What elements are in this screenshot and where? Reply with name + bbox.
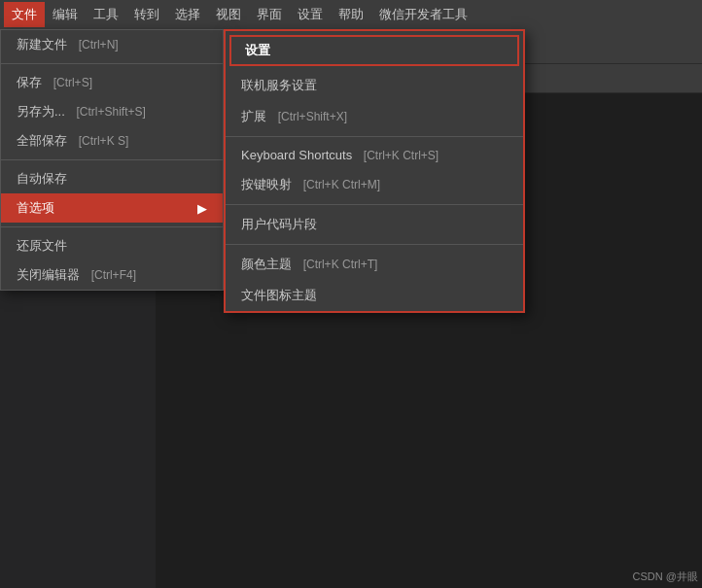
menu-preferences[interactable]: 首选项 ▶ [1,193,223,223]
menu-save-as[interactable]: 另存为... [Ctrl+Shift+S] [1,97,223,126]
submenu-user-snippets[interactable]: 用户代码片段 [226,209,523,240]
menu-bar: 文件 编辑 工具 转到 选择 视图 界面 设置 帮助 微信开发者工具 [0,0,702,29]
menu-tools[interactable]: 工具 [86,2,126,27]
submenu-online-settings[interactable]: 联机服务设置 [226,70,523,101]
arrow-icon: ▶ [197,201,207,216]
menu-new-file[interactable]: 新建文件 [Ctrl+N] [1,30,223,59]
separator-1 [1,63,223,64]
menu-view[interactable]: 视图 [208,2,249,27]
submenu-sep-3 [226,244,523,245]
submenu-keyboard-shortcuts[interactable]: Keyboard Shortcuts [Ctrl+K Ctrl+S] [226,141,523,169]
separator-2 [1,159,223,160]
submenu-keymapping[interactable]: 按键映射 [Ctrl+K Ctrl+M] [226,169,523,200]
menu-save-all[interactable]: 全部保存 [Ctrl+K S] [1,126,223,156]
menu-select[interactable]: 选择 [167,2,208,27]
menu-revert[interactable]: 还原文件 [1,231,223,260]
preferences-submenu: 设置 联机服务设置 扩展 [Ctrl+Shift+X] Keyboard Sho… [224,29,525,313]
separator-3 [1,226,223,227]
submenu-sep-2 [226,204,523,205]
menu-close-editor[interactable]: 关闭编辑器 [Ctrl+F4] [1,260,223,290]
menu-help[interactable]: 帮助 [331,2,371,27]
menu-goto[interactable]: 转到 [126,2,167,27]
submenu-settings[interactable]: 设置 [229,35,519,66]
menu-interface[interactable]: 界面 [249,2,290,27]
submenu-color-theme[interactable]: 颜色主题 [Ctrl+K Ctrl+T] [226,249,523,280]
submenu-file-icon-theme[interactable]: 文件图标主题 [226,280,523,311]
menu-auto-save[interactable]: 自动保存 [1,164,223,193]
menu-wechat-devtools[interactable]: 微信开发者工具 [371,2,475,27]
watermark: CSDN @井眼 [633,570,698,584]
submenu-extensions[interactable]: 扩展 [Ctrl+Shift+X] [226,101,523,132]
menu-settings[interactable]: 设置 [290,2,331,27]
menu-save[interactable]: 保存 [Ctrl+S] [1,68,223,97]
menu-edit[interactable]: 编辑 [45,2,86,27]
menu-file[interactable]: 文件 [4,2,45,27]
file-dropdown: 新建文件 [Ctrl+N] 保存 [Ctrl+S] 另存为... [Ctrl+S… [0,29,224,291]
submenu-sep-1 [226,136,523,137]
